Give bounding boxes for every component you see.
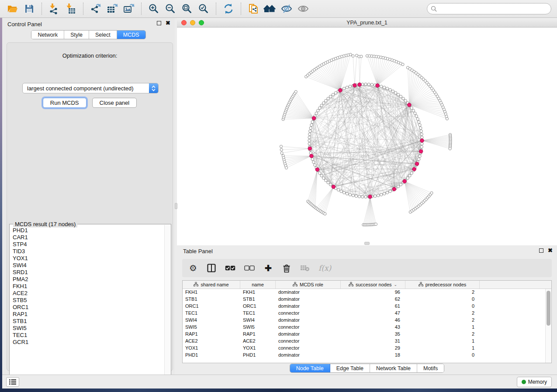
mcds-result-item[interactable]: FKH1 [13, 283, 161, 290]
graph-node[interactable] [391, 90, 394, 93]
graph-node[interactable] [415, 115, 418, 117]
graph-node[interactable] [311, 158, 314, 160]
mcds-result-item[interactable]: CAR1 [13, 234, 161, 241]
graph-mcds-node[interactable] [412, 167, 416, 171]
graph-node[interactable] [399, 183, 402, 186]
graph-node[interactable] [311, 120, 314, 123]
graph-leaf-node[interactable] [280, 152, 283, 155]
table-cell[interactable]: 1 [405, 345, 480, 352]
graph-mcds-node[interactable] [332, 185, 336, 189]
graph-node[interactable] [367, 83, 370, 86]
mcds-list-scrollbar[interactable] [164, 225, 170, 385]
table-cell[interactable]: YOX1 [240, 345, 276, 352]
table-row[interactable]: STB1STB1dominator620 [183, 296, 551, 303]
table-row[interactable]: PHD1PHD1dominator180 [183, 352, 551, 359]
table-cell[interactable]: 62 [341, 296, 405, 303]
network-canvas[interactable] [177, 28, 557, 243]
close-table-panel-icon[interactable]: ✖ [548, 248, 553, 253]
graph-node[interactable] [419, 127, 422, 129]
close-panel-icon[interactable]: ✖ [166, 21, 170, 25]
graph-node[interactable] [416, 117, 419, 120]
graph-leaf-node[interactable] [374, 223, 377, 226]
window-minimize-icon[interactable] [190, 20, 195, 25]
table-cell[interactable]: TEC1 [240, 310, 276, 317]
graph-node[interactable] [320, 104, 323, 107]
table-row[interactable]: FKH1FKH1dominator962 [183, 289, 551, 296]
table-cell[interactable]: 31 [341, 338, 405, 345]
graph-node[interactable] [318, 107, 321, 109]
graph-node[interactable] [377, 194, 380, 197]
table-cell[interactable]: dominator [276, 317, 341, 324]
tab-network-table[interactable]: Network Table [370, 364, 417, 372]
graph-node[interactable] [412, 109, 415, 112]
column-header-shared-name[interactable]: shared name [183, 281, 240, 289]
graph-node[interactable] [380, 193, 383, 196]
zoom-selected-icon[interactable] [197, 2, 210, 15]
graph-node[interactable] [394, 92, 397, 94]
import-table-icon[interactable] [64, 2, 77, 15]
graph-node[interactable] [402, 97, 405, 100]
column-header-name[interactable]: name [240, 281, 276, 289]
mcds-result-item[interactable]: SWI5 [13, 325, 161, 332]
graph-node[interactable] [322, 177, 325, 179]
graph-mcds-node[interactable] [308, 147, 312, 151]
graph-node[interactable] [389, 190, 391, 193]
mcds-result-item[interactable]: SRD1 [13, 269, 161, 276]
table-cell[interactable]: YOX1 [183, 345, 240, 352]
table-cell[interactable]: ACE2 [183, 338, 240, 345]
table-row[interactable]: TEC1TEC1connector472 [183, 310, 551, 317]
search-input[interactable] [439, 6, 544, 12]
mcds-result-item[interactable]: PMA2 [13, 276, 161, 283]
graph-leaf-node[interactable] [352, 55, 354, 57]
graph-node[interactable] [361, 196, 364, 198]
float-table-panel-icon[interactable] [539, 248, 543, 253]
graph-mcds-node[interactable] [408, 103, 412, 107]
export-table-icon[interactable] [106, 2, 119, 15]
graph-node[interactable] [320, 174, 323, 177]
mcds-result-item[interactable]: GCR1 [13, 339, 161, 346]
table-cell[interactable]: dominator [276, 296, 341, 303]
task-history-button[interactable] [6, 377, 19, 387]
graph-node[interactable] [308, 139, 311, 142]
graph-mcds-node[interactable] [310, 154, 314, 158]
mcds-result-item[interactable]: ACE2 [13, 290, 161, 297]
table-cell[interactable]: 29 [341, 345, 405, 352]
mcds-result-item[interactable]: RAP1 [13, 311, 161, 318]
table-cell[interactable]: ACE2 [240, 338, 276, 345]
duplicate-network-icon[interactable] [247, 2, 260, 15]
graph-node[interactable] [420, 133, 423, 135]
graph-node[interactable] [349, 193, 351, 196]
table-cell[interactable]: SWI5 [240, 324, 276, 331]
graph-node[interactable] [343, 191, 345, 194]
table-cell[interactable]: 18 [341, 352, 405, 359]
graph-node[interactable] [358, 195, 360, 198]
table-cell[interactable]: 2 [405, 289, 480, 296]
zoom-fit-icon[interactable] [180, 2, 194, 15]
graph-mcds-node[interactable] [368, 195, 372, 199]
graph-node[interactable] [421, 136, 423, 139]
graph-node[interactable] [364, 196, 367, 198]
graph-mcds-node[interactable] [312, 117, 316, 120]
table-cell[interactable]: PHD1 [240, 352, 276, 359]
graph-node[interactable] [414, 112, 416, 114]
graph-node[interactable] [308, 142, 311, 145]
graph-leaf-node[interactable] [401, 63, 404, 66]
mcds-result-item[interactable]: STP4 [13, 241, 161, 248]
table-cell[interactable]: 2 [405, 331, 480, 338]
table-cell[interactable]: ORC1 [240, 303, 276, 310]
table-row[interactable]: RAP1RAP1dominator352 [183, 331, 551, 338]
graph-node[interactable] [317, 109, 319, 112]
graph-node[interactable] [314, 164, 316, 166]
table-cell[interactable]: FKH1 [183, 289, 240, 296]
table-cell[interactable]: 0 [405, 303, 480, 310]
table-cell[interactable]: TEC1 [183, 310, 240, 317]
graph-node[interactable] [420, 145, 423, 148]
mcds-result-item[interactable]: STB5 [13, 297, 161, 304]
tab-node-table[interactable]: Node Table [290, 364, 330, 372]
graph-leaf-node[interactable] [360, 55, 363, 58]
graph-node[interactable] [370, 83, 373, 86]
search-networks-icon[interactable] [263, 2, 277, 15]
table-cell[interactable]: SWI4 [183, 317, 240, 324]
network-window-titlebar[interactable]: YPA_prune.txt_1 [177, 18, 557, 28]
graph-mcds-node[interactable] [419, 150, 423, 154]
